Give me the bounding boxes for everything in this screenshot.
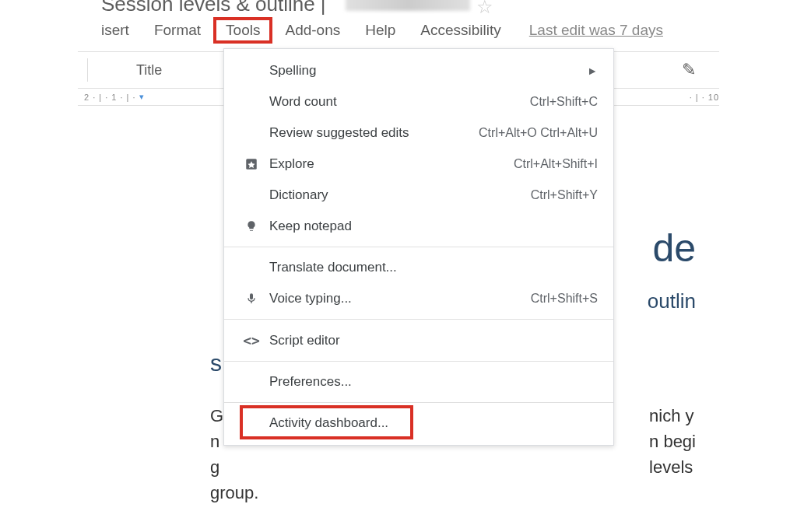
script-icon: <> [240, 332, 263, 348]
menu-item-spelling[interactable]: Spelling ► [224, 55, 613, 86]
indent-marker-icon[interactable]: ▾ [139, 92, 145, 102]
title-blurred-portion [346, 0, 470, 11]
script-label: Script editor [269, 333, 598, 348]
para-line: n begi [649, 432, 696, 451]
microphone-icon [240, 292, 263, 305]
menu-item-script-editor[interactable]: <> Script editor [224, 324, 613, 356]
para-line: n [210, 432, 219, 451]
menu-tools[interactable]: Tools [213, 17, 272, 44]
document-heading-fragment: de [652, 226, 696, 271]
review-shortcut: Ctrl+Alt+O Ctrl+Alt+U [479, 126, 598, 140]
section-heading-fragment: s [210, 350, 222, 376]
explore-shortcut: Ctrl+Alt+Shift+I [514, 157, 598, 171]
para-line: g [210, 457, 219, 477]
menu-addons[interactable]: Add-ons [272, 17, 353, 44]
bulb-icon [240, 220, 263, 233]
menu-item-keep-notepad[interactable]: Keep notepad [224, 211, 613, 242]
voice-label: Voice typing... [269, 291, 531, 306]
menu-item-activity-dashboard[interactable]: Activity dashboard... [224, 408, 613, 439]
ruler-marks-left: 2 · | · 1 · | · [84, 93, 136, 102]
menu-accessibility[interactable]: Accessibility [408, 17, 513, 44]
paragraph-right-fragment: nich y n begi levels [649, 403, 696, 480]
para-line: nich y [649, 406, 693, 425]
menu-item-preferences[interactable]: Preferences... [224, 366, 613, 397]
word-count-label: Word count [269, 94, 530, 110]
star-icon[interactable]: ☆ [476, 0, 493, 18]
menu-item-dictionary[interactable]: Dictionary Ctrl+Shift+Y [224, 180, 613, 211]
spelling-label: Spelling [269, 63, 587, 79]
preferences-label: Preferences... [269, 374, 598, 390]
word-count-shortcut: Ctrl+Shift+C [530, 95, 598, 109]
menu-format[interactable]: Format [142, 17, 213, 44]
menu-item-explore[interactable]: Explore Ctrl+Alt+Shift+I [224, 149, 613, 180]
review-label: Review suggested edits [269, 125, 479, 141]
menu-bar: isert Format Tools Add-ons Help Accessib… [101, 17, 663, 44]
menu-item-voice-typing[interactable]: Voice typing... Ctrl+Shift+S [224, 283, 613, 314]
explore-label: Explore [269, 156, 514, 172]
para-line: levels [649, 457, 693, 477]
dictionary-label: Dictionary [269, 187, 531, 203]
menu-item-review-edits[interactable]: Review suggested edits Ctrl+Alt+O Ctrl+A… [224, 117, 613, 149]
ruler-marks-right: · | · 10 [690, 93, 719, 102]
submenu-arrow-icon: ► [587, 65, 598, 77]
tools-dropdown-menu: Spelling ► Word count Ctrl+Shift+C Revie… [223, 48, 614, 446]
para-line: group. [210, 483, 258, 502]
menu-item-word-count[interactable]: Word count Ctrl+Shift+C [224, 86, 613, 117]
dictionary-shortcut: Ctrl+Shift+Y [531, 188, 598, 202]
menu-help[interactable]: Help [353, 17, 408, 44]
menu-separator [224, 247, 613, 247]
explore-icon [240, 157, 263, 171]
voice-shortcut: Ctrl+Shift+S [531, 292, 598, 306]
activity-label: Activity dashboard... [269, 415, 598, 431]
last-edit-link[interactable]: Last edit was 7 days [529, 22, 663, 39]
document-title[interactable]: Session levels & outline | [101, 0, 326, 16]
para-line: G [210, 406, 223, 425]
translate-label: Translate document... [269, 260, 598, 275]
menu-insert[interactable]: isert [101, 17, 142, 44]
menu-separator [224, 402, 613, 403]
style-selector[interactable]: Title [97, 62, 162, 79]
menu-separator [224, 361, 613, 362]
menu-item-translate[interactable]: Translate document... [224, 252, 613, 283]
document-subheading-fragment: outlin [648, 289, 696, 313]
toolbar-divider [87, 58, 88, 82]
edit-mode-icon[interactable]: ✎ [682, 60, 696, 80]
keep-label: Keep notepad [269, 219, 598, 234]
menu-separator [224, 319, 613, 320]
